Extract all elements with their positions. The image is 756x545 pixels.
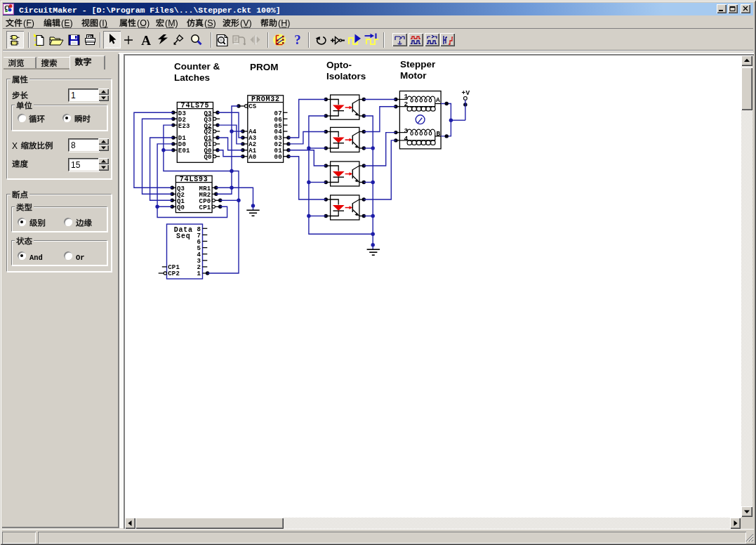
svg-text:Counter &: Counter & xyxy=(174,61,220,72)
svg-text:Latches: Latches xyxy=(174,72,210,83)
svg-text:E01: E01 xyxy=(178,147,190,155)
svg-text:PROM: PROM xyxy=(250,62,279,72)
svg-text:Opto-: Opto- xyxy=(326,60,352,70)
svg-text:A0: A0 xyxy=(248,154,256,161)
svg-text:?: ? xyxy=(294,32,301,46)
svg-text:Stepper: Stepper xyxy=(400,59,436,70)
svg-text:CP1: CP1 xyxy=(199,204,211,211)
svg-text:+V: +V xyxy=(462,89,470,97)
svg-text:E23: E23 xyxy=(178,123,190,130)
svg-text:CP2: CP2 xyxy=(168,270,180,277)
svg-text:Seq: Seq xyxy=(176,232,190,240)
svg-text:PROM32: PROM32 xyxy=(251,96,280,103)
svg-text:1: 1 xyxy=(197,270,201,277)
svg-text:Q0: Q0 xyxy=(204,154,211,161)
svg-text:B: B xyxy=(437,130,441,138)
svg-text:Isolators: Isolators xyxy=(326,71,366,81)
svg-text:CS: CS xyxy=(248,103,257,110)
svg-text:00: 00 xyxy=(274,154,282,161)
svg-text:A: A xyxy=(436,96,440,104)
svg-text:Motor: Motor xyxy=(400,70,427,81)
svg-text:Q0: Q0 xyxy=(177,204,185,211)
svg-text:A: A xyxy=(141,33,151,46)
